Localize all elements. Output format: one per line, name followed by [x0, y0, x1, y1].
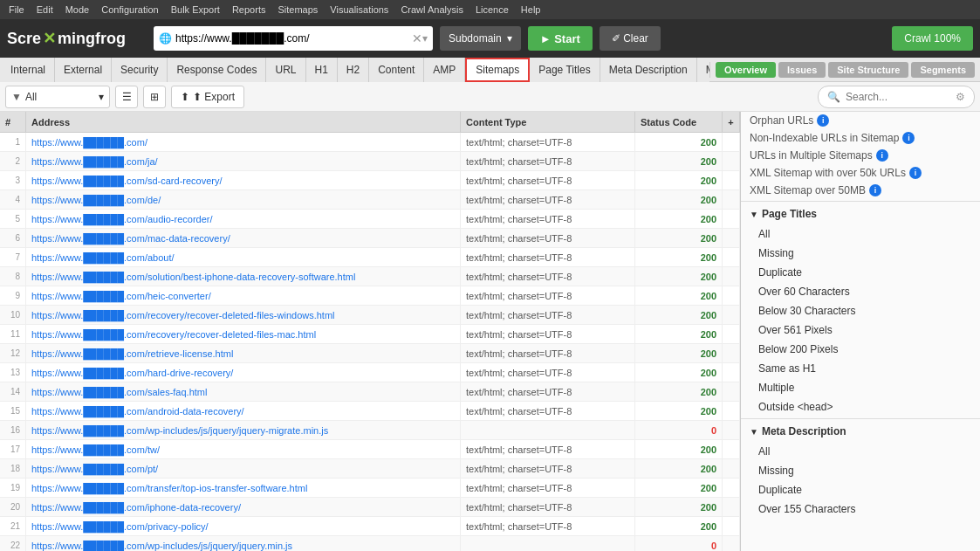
tab-content[interactable]: Content [369, 58, 424, 82]
td-status-code: 200 [635, 344, 723, 362]
page-titles-item[interactable]: Duplicate [741, 263, 980, 282]
table-row[interactable]: 8 https://www.██████.com/solution/best-i… [0, 267, 740, 286]
td-content-type: text/html; charset=UTF-8 [461, 133, 635, 151]
menu-edit[interactable]: Edit [31, 3, 58, 17]
menu-reports[interactable]: Reports [227, 3, 271, 17]
page-titles-item[interactable]: Same as H1 [741, 359, 980, 378]
tab-sitemaps[interactable]: Sitemaps [465, 58, 530, 82]
table-row[interactable]: 21 https://www.██████.com/privacy-policy… [0, 517, 740, 536]
menu-mode[interactable]: Mode [60, 3, 95, 17]
view-grid-button[interactable]: ⊞ [143, 86, 166, 108]
tab-container: Internal External Security Response Code… [0, 58, 980, 82]
td-address: https://www.██████.com/retrieve-license.… [26, 344, 461, 362]
url-clear-icon[interactable]: ✕ [412, 31, 422, 45]
menu-help[interactable]: Help [516, 3, 546, 17]
table-row[interactable]: 22 https://www.██████.com/wp-includes/js… [0, 536, 740, 551]
non-indexable-item[interactable]: Non-Indexable URLs in Sitemap i [741, 129, 980, 147]
td-extra [723, 402, 740, 420]
table-row[interactable]: 18 https://www.██████.com/pt/ text/html;… [0, 459, 740, 479]
tab-meta-keywords[interactable]: Meta Keywords [697, 58, 709, 82]
tab-overview[interactable]: Overview [716, 62, 776, 78]
page-titles-item[interactable]: All [741, 224, 980, 244]
table-row[interactable]: 19 https://www.██████.com/transfer/top-i… [0, 479, 740, 498]
th-plus[interactable]: + [723, 112, 740, 132]
page-titles-item[interactable]: Outside <head> [741, 397, 980, 417]
tab-meta-description[interactable]: Meta Description [600, 58, 697, 82]
table-row[interactable]: 7 https://www.██████.com/about/ text/htm… [0, 248, 740, 267]
table-row[interactable]: 17 https://www.██████.com/tw/ text/html;… [0, 440, 740, 459]
table-row[interactable]: 1 https://www.██████.com/ text/html; cha… [0, 133, 740, 152]
td-num: 2 [0, 152, 26, 170]
menu-crawl-analysis[interactable]: Crawl Analysis [395, 3, 469, 17]
search-input[interactable] [846, 91, 950, 103]
page-titles-item[interactable]: Below 30 Characters [741, 301, 980, 320]
table-row[interactable]: 3 https://www.██████.com/sd-card-recover… [0, 171, 740, 190]
tab-page-titles[interactable]: Page Titles [530, 58, 600, 82]
menu-file[interactable]: File [3, 3, 30, 17]
meta-desc-item[interactable]: Duplicate [741, 480, 980, 499]
menu-licence[interactable]: Licence [470, 3, 514, 17]
td-num: 1 [0, 133, 26, 151]
meta-desc-item[interactable]: All [741, 442, 980, 461]
page-titles-item[interactable]: Over 60 Characters [741, 282, 980, 301]
tab-url[interactable]: URL [266, 58, 305, 82]
td-content-type: text/html; charset=UTF-8 [461, 267, 635, 286]
orphan-urls-item[interactable]: Orphan URLs i [741, 112, 980, 129]
urls-multiple-sitemaps-item[interactable]: URLs in Multiple Sitemaps i [741, 147, 980, 164]
td-num: 6 [0, 229, 26, 247]
filter-dropdown[interactable]: ▼ All ▾ [5, 86, 110, 108]
menu-bulk-export[interactable]: Bulk Export [166, 3, 225, 17]
menu-sitemaps[interactable]: Sitemaps [272, 3, 323, 17]
table-row[interactable]: 16 https://www.██████.com/wp-includes/js… [0, 421, 740, 440]
xml-over-50mb-item[interactable]: XML Sitemap over 50MB i [741, 182, 980, 199]
td-status-code: 0 [635, 421, 723, 439]
td-extra [723, 210, 740, 228]
table-row[interactable]: 5 https://www.██████.com/audio-recorder/… [0, 210, 740, 229]
tab-internal[interactable]: Internal [2, 58, 55, 82]
filter-settings-icon[interactable]: ⚙ [956, 91, 965, 103]
table-row[interactable]: 9 https://www.██████.com/heic-converter/… [0, 286, 740, 306]
table-row[interactable]: 2 https://www.██████.com/ja/ text/html; … [0, 152, 740, 171]
table-row[interactable]: 6 https://www.██████.com/mac-data-recove… [0, 229, 740, 248]
tab-external[interactable]: External [55, 58, 112, 82]
export-button[interactable]: ⬆ ⬆ Export [171, 86, 244, 108]
tab-security[interactable]: Security [112, 58, 168, 82]
table-row[interactable]: 15 https://www.██████.com/android-data-r… [0, 402, 740, 421]
table-row[interactable]: 12 https://www.██████.com/retrieve-licen… [0, 344, 740, 363]
subdomain-button[interactable]: Subdomain ▾ [440, 26, 521, 51]
td-num: 4 [0, 190, 26, 209]
td-extra [723, 229, 740, 247]
start-button[interactable]: ► Start [528, 26, 593, 51]
page-titles-item[interactable]: Below 200 Pixels [741, 340, 980, 359]
table-row[interactable]: 10 https://www.██████.com/recovery/recov… [0, 306, 740, 325]
tab-site-structure[interactable]: Site Structure [828, 62, 908, 78]
tab-segments[interactable]: Segments [911, 62, 975, 78]
td-content-type: text/html; charset=UTF-8 [461, 190, 635, 209]
table-row[interactable]: 14 https://www.██████.com/sales-faq.html… [0, 382, 740, 402]
table-row[interactable]: 11 https://www.██████.com/recovery/recov… [0, 325, 740, 344]
meta-desc-item[interactable]: Missing [741, 461, 980, 480]
tab-issues[interactable]: Issues [778, 62, 826, 78]
page-titles-section-header[interactable]: ▼ Page Titles [741, 203, 980, 224]
table-row[interactable]: 4 https://www.██████.com/de/ text/html; … [0, 190, 740, 210]
menu-configuration[interactable]: Configuration [96, 3, 163, 17]
tab-h2[interactable]: H2 [338, 58, 369, 82]
browser-icon: 🌐 [159, 32, 172, 45]
page-titles-item[interactable]: Multiple [741, 378, 980, 397]
menu-visualisations[interactable]: Visualisations [325, 3, 394, 17]
tab-amp[interactable]: AMP [424, 58, 465, 82]
xml-over-50k-item[interactable]: XML Sitemap with over 50k URLs i [741, 164, 980, 182]
table-row[interactable]: 13 https://www.██████.com/hard-drive-rec… [0, 363, 740, 382]
meta-desc-section-header[interactable]: ▼ Meta Description [741, 421, 980, 442]
url-dropdown-icon[interactable]: ▾ [422, 32, 428, 45]
table-row[interactable]: 20 https://www.██████.com/iphone-data-re… [0, 498, 740, 517]
view-list-button[interactable]: ☰ [115, 86, 138, 108]
page-titles-item[interactable]: Over 561 Pixels [741, 320, 980, 340]
clear-button[interactable]: ✐ Clear [600, 26, 661, 51]
tab-response-codes[interactable]: Response Codes [168, 58, 266, 82]
url-input[interactable] [175, 32, 412, 45]
page-titles-item[interactable]: Missing [741, 244, 980, 263]
tab-h1[interactable]: H1 [306, 58, 338, 82]
meta-desc-item[interactable]: Over 155 Characters [741, 499, 980, 519]
td-status-code: 200 [635, 190, 723, 209]
